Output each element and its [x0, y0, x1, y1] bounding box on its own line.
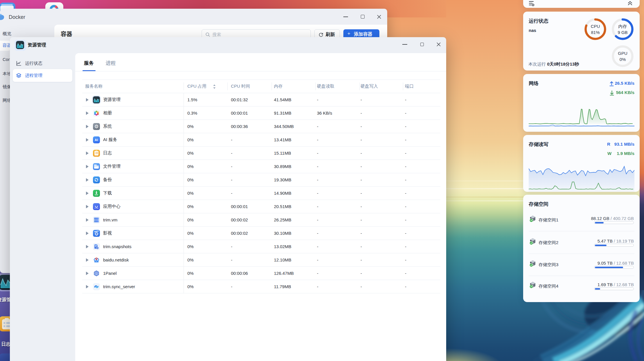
svg-text:STORE: STORE [94, 207, 99, 209]
svg-text:1: 1 [96, 272, 97, 275]
